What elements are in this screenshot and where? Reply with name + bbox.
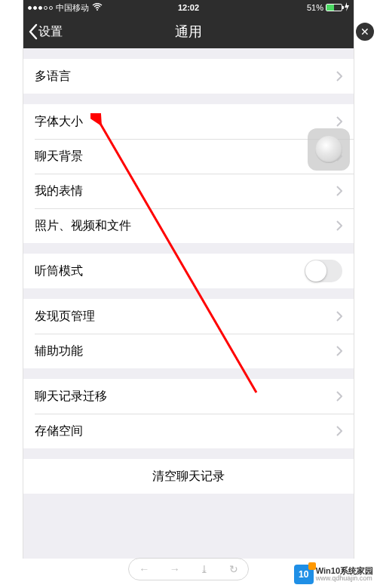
chevron-right-icon [336,220,342,231]
item-font-size[interactable]: 字体大小 [23,104,354,139]
earpiece-toggle[interactable] [305,260,342,282]
chevron-right-icon [336,71,342,82]
watermark: 10 Win10系统家园 www.qdhuajin.com [294,565,373,584]
list-group-4: 聊天记录迁移 存储空间 [23,379,354,448]
chevron-right-icon [336,116,342,127]
chevron-right-icon [336,311,342,322]
next-button[interactable]: → [170,563,180,575]
bolt-icon [345,2,349,13]
close-icon: ✕ [360,26,369,38]
svg-point-0 [97,9,98,11]
battery-icon [326,4,342,11]
item-earpiece: 听筒模式 [23,254,354,288]
assistive-touch-icon [315,136,342,163]
assistive-touch-button[interactable] [308,128,350,171]
chevron-right-icon [336,346,342,356]
watermark-logo: 10 [294,565,314,584]
signal-icon [28,6,53,10]
item-label: 发现页管理 [35,309,336,325]
bottom-toolbar: ← → ⤓ ↻ [128,558,249,580]
item-storage[interactable]: 存储空间 [23,414,354,448]
chevron-right-icon [336,426,342,436]
item-migrate[interactable]: 聊天记录迁移 [23,379,354,414]
wifi-icon [92,3,103,12]
item-label: 清空聊天记录 [152,469,225,485]
chevron-right-icon [336,391,342,402]
item-label: 聊天记录迁移 [35,389,336,405]
close-button[interactable]: ✕ [356,23,374,41]
item-access[interactable]: 辅助功能 [23,334,354,368]
download-button[interactable]: ⤓ [200,563,209,575]
phone-screen: 中国移动 12:02 51% 设置 通用 多语言 字体大小 [23,0,354,559]
item-label: 我的表情 [35,183,336,199]
back-button[interactable]: 设置 [28,15,63,48]
clock: 12:02 [178,3,199,12]
item-label: 存储空间 [35,423,336,439]
item-label: 多语言 [35,69,336,85]
item-label: 听筒模式 [35,263,305,279]
item-media[interactable]: 照片、视频和文件 [23,208,354,243]
list-group-0: 多语言 [23,59,354,94]
chevron-left-icon [28,23,38,40]
nav-bar: 设置 通用 [23,15,354,48]
refresh-button[interactable]: ↻ [229,563,238,575]
item-label: 聊天背景 [35,149,336,165]
list-group-3: 发现页管理 辅助功能 [23,299,354,368]
status-bar: 中国移动 12:02 51% [23,0,354,15]
list-group-2: 听筒模式 [23,254,354,288]
carrier-label: 中国移动 [56,2,89,14]
item-label: 辅助功能 [35,343,336,359]
page-title: 通用 [175,23,202,41]
list-group-1: 字体大小 聊天背景 我的表情 照片、视频和文件 [23,104,354,243]
chevron-right-icon [336,186,342,196]
item-discover[interactable]: 发现页管理 [23,299,354,334]
item-chat-bg[interactable]: 聊天背景 [23,139,354,174]
watermark-url: www.qdhuajin.com [316,575,373,583]
item-label: 照片、视频和文件 [35,218,336,234]
item-stickers[interactable]: 我的表情 [23,174,354,208]
clear-chat-button[interactable]: 清空聊天记录 [23,459,354,494]
item-multilang[interactable]: 多语言 [23,59,354,94]
toggle-knob [305,260,326,282]
item-label: 字体大小 [35,114,336,130]
back-label: 设置 [38,24,63,40]
prev-button[interactable]: ← [139,563,149,575]
list-group-5: 清空聊天记录 [23,459,354,494]
battery-percent: 51% [307,3,323,12]
